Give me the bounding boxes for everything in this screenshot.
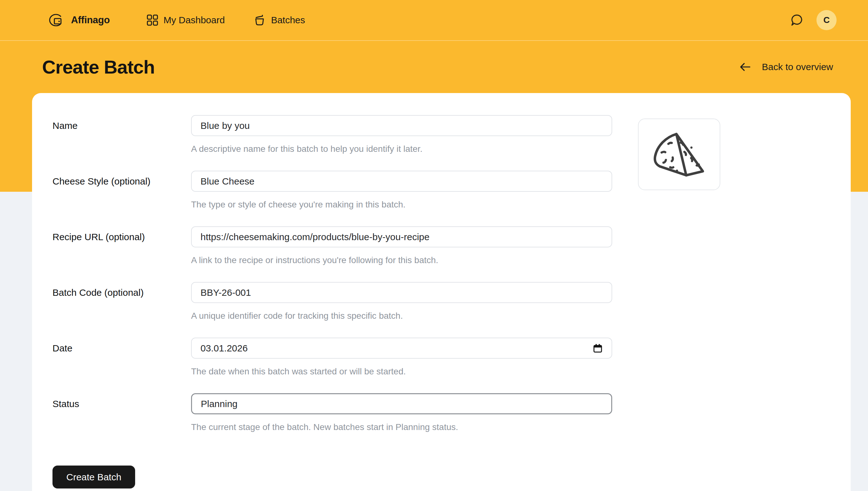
cheese-style-helper-text: The type or style of cheese you're makin… (191, 199, 612, 210)
batch-code-input[interactable] (191, 282, 612, 303)
nav-label-my-dashboard: My Dashboard (163, 15, 225, 26)
date-input[interactable]: 03.01.2026 (191, 338, 612, 359)
back-link-label: Back to overview (762, 62, 833, 72)
recipe-url-field-column: A link to the recipe or instructions you… (191, 226, 612, 266)
nav-item-batches[interactable]: Batches (253, 14, 305, 26)
status-helper-text: The current stage of the batch. New batc… (191, 422, 612, 433)
recipe-url-helper-text: A link to the recipe or instructions you… (191, 255, 612, 266)
name-field-column: A descriptive name for this batch to hel… (191, 115, 612, 154)
batch-code-field-column: A unique identifier code for tracking th… (191, 282, 612, 321)
date-value: 03.01.2026 (201, 343, 248, 354)
create-batch-form-card: Name A descriptive name for this batch t… (32, 93, 851, 491)
name-input[interactable] (191, 115, 612, 136)
name-label: Name (53, 115, 191, 154)
form-row-cheese-style: Cheese Style (optional) The type or styl… (53, 171, 851, 210)
page-header: Create Batch Back to overview (0, 41, 868, 93)
status-field-column: Planning The current stage of the batch.… (191, 393, 612, 433)
cheese-style-label: Cheese Style (optional) (53, 171, 191, 210)
form-row-batch-code: Batch Code (optional) A unique identifie… (53, 282, 851, 321)
status-selected-value: Planning (201, 399, 238, 409)
status-select[interactable]: Planning (191, 393, 612, 414)
recipe-url-input[interactable] (191, 226, 612, 248)
user-avatar[interactable]: C (816, 10, 837, 30)
dashboard-grid-icon (147, 15, 158, 26)
topbar-right-actions: C (790, 10, 837, 30)
batch-code-helper-text: A unique identifier code for tracking th… (191, 311, 612, 321)
page-title: Create Batch (42, 56, 155, 78)
status-label: Status (53, 393, 191, 433)
cheese-style-field-column: The type or style of cheese you're makin… (191, 171, 612, 210)
batch-bucket-icon (253, 14, 266, 26)
form-row-date: Date 03.01.2026 The date when this batch… (53, 338, 851, 377)
calendar-icon[interactable] (593, 343, 603, 353)
cheese-wheel-logo-icon (47, 13, 63, 27)
nav-label-batches: Batches (271, 15, 305, 26)
arrow-left-icon (739, 61, 751, 73)
nav-item-my-dashboard[interactable]: My Dashboard (147, 15, 225, 26)
recipe-url-label: Recipe URL (optional) (53, 226, 191, 266)
form-row-name: Name A descriptive name for this batch t… (53, 115, 851, 154)
batch-code-label: Batch Code (optional) (53, 282, 191, 321)
date-field-column: 03.01.2026 The date when this batch was … (191, 338, 612, 377)
back-to-overview-link[interactable]: Back to overview (739, 61, 833, 73)
date-helper-text: The date when this batch was started or … (191, 366, 612, 377)
brand-name: Affinago (71, 15, 110, 26)
create-batch-button[interactable]: Create Batch (53, 465, 135, 489)
cheese-wedge-illustration (650, 129, 708, 179)
cheese-style-input[interactable] (191, 171, 612, 192)
brand-home-link[interactable]: Affinago (47, 13, 110, 27)
avatar-initial: C (824, 15, 830, 25)
name-helper-text: A descriptive name for this batch to hel… (191, 144, 612, 154)
top-navigation-bar: Affinago My Dashboard Batches (0, 0, 868, 41)
batch-image-card (638, 118, 720, 190)
form-row-status: Status Planning The current stage of the… (53, 393, 851, 433)
date-label: Date (53, 338, 191, 377)
chat-bubble-icon[interactable] (790, 13, 804, 27)
form-row-recipe-url: Recipe URL (optional) A link to the reci… (53, 226, 851, 266)
